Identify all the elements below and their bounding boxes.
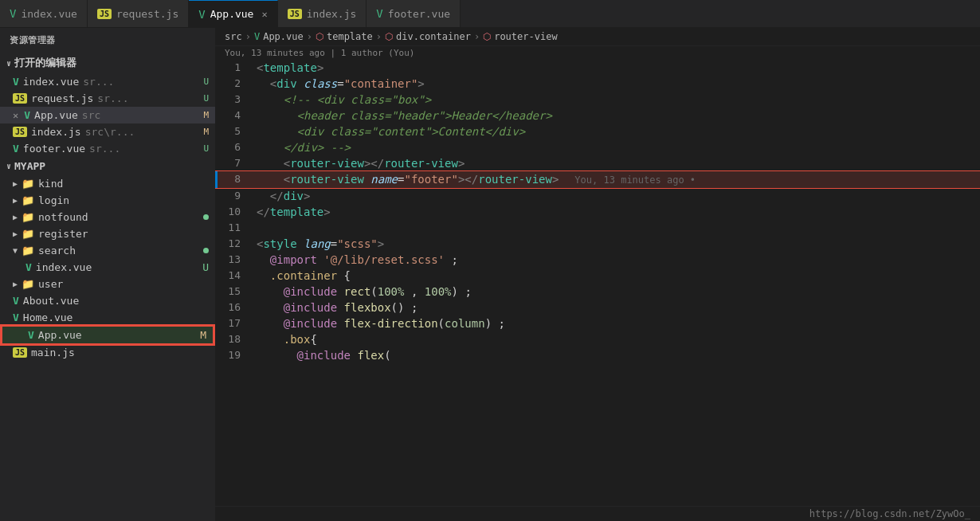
chevron-down-icon: ∨	[6, 59, 11, 68]
vue-icon: V	[10, 7, 16, 20]
html-icon: ⬡	[385, 31, 393, 42]
sidebar-item-request-js[interactable]: JS request.js sr... U	[0, 90, 215, 107]
sidebar-folder-login[interactable]: ▶ 📁 login	[0, 192, 215, 209]
chevron-down-icon: ▼	[13, 246, 18, 255]
chevron-right-icon: ▶	[13, 213, 18, 221]
tab-request-js[interactable]: JS request.js	[88, 0, 189, 27]
chevron-right-icon: ▶	[13, 196, 18, 205]
sidebar-item-index-vue[interactable]: V index.vue sr... U	[0, 73, 215, 90]
line-number: 14	[218, 268, 253, 284]
file-name: index.vue	[23, 76, 79, 88]
line-content: </div> -->	[253, 139, 980, 155]
folder-name: login	[38, 194, 69, 206]
line-content: <div class="content">Content</div>	[253, 123, 980, 139]
git-blame: You, 13 minutes ago | 1 author (You)	[215, 46, 980, 60]
vue-icon: V	[24, 109, 30, 121]
folder-icon: 📁	[22, 228, 34, 240]
sidebar: 资源管理器 ∨ 打开的编辑器 V index.vue sr... U JS re…	[0, 28, 215, 521]
close-icon[interactable]: ✕	[13, 110, 18, 121]
file-name: About.vue	[23, 295, 79, 307]
line-content: <div class="container">	[253, 76, 980, 92]
sidebar-folder-search[interactable]: ▼ 📁 search	[0, 242, 215, 259]
chevron-right-icon: ▶	[13, 179, 18, 188]
sidebar-item-footer-vue[interactable]: V footer.vue sr... U	[0, 140, 215, 157]
vue-icon: V	[13, 76, 19, 88]
code-line: 11	[215, 220, 980, 236]
line-number: 18	[218, 331, 253, 347]
tab-label: index.vue	[21, 8, 76, 20]
tab-app-vue[interactable]: V App.vue ✕	[189, 0, 277, 27]
tab-index-js[interactable]: JS index.js	[278, 0, 367, 27]
folder-name: search	[38, 245, 76, 257]
code-line: 4 <header class="header">Header</header>	[215, 108, 980, 123]
line-content: <!-- <div class="box">	[253, 92, 980, 108]
sidebar-item-home-vue[interactable]: V Home.vue	[0, 309, 215, 326]
bc-divcontainer: div.container	[396, 31, 471, 42]
line-content: @import '@/lib/reset.scss' ;	[253, 252, 980, 268]
close-tab-button[interactable]: ✕	[261, 9, 267, 20]
project-section[interactable]: ∨ MYAPP	[0, 157, 215, 175]
code-editor[interactable]: 1 <template> 2 <div class="container"> 3…	[215, 60, 980, 506]
code-line: 3 <!-- <div class="box">	[215, 92, 980, 108]
open-editors-section[interactable]: ∨ 打开的编辑器	[0, 53, 215, 73]
line-content: @include flexbox() ;	[253, 300, 980, 315]
sidebar-item-app-vue-tree[interactable]: V App.vue M	[2, 326, 214, 344]
editor-area: src › V App.vue › ⬡ template › ⬡ div.con…	[215, 28, 980, 521]
file-name: main.js	[31, 347, 75, 358]
line-number: 4	[218, 108, 253, 123]
git-blame-text: You, 13 minutes ago | 1 author (You)	[225, 48, 414, 58]
sidebar-item-app-vue[interactable]: ✕ V App.vue src M	[0, 107, 215, 123]
bc-sep: ›	[245, 31, 251, 42]
line-content: <router-view name="footer"></router-view…	[253, 171, 980, 188]
vue-icon: V	[13, 311, 19, 323]
status-dot	[203, 248, 209, 253]
badge-u: U	[203, 93, 209, 104]
folder-icon: 📁	[22, 245, 34, 257]
line-number: 13	[218, 252, 253, 268]
status-dot	[203, 214, 209, 220]
line-content	[253, 220, 980, 236]
badge-m: M	[203, 110, 209, 120]
folder-icon: 📁	[22, 211, 34, 223]
file-path: src	[82, 109, 100, 121]
badge-u: U	[202, 261, 209, 273]
line-number: 19	[218, 347, 253, 363]
sidebar-item-about-vue[interactable]: V About.vue	[0, 292, 215, 309]
code-line: 10 </template>	[215, 204, 980, 220]
code-line: 6 </div> -->	[215, 139, 980, 155]
tab-label: index.js	[307, 8, 357, 20]
js-icon: JS	[13, 127, 27, 137]
tab-label: footer.vue	[388, 8, 450, 20]
project-label: MYAPP	[14, 160, 45, 172]
code-line: 16 @include flexbox() ;	[215, 300, 980, 315]
sidebar-item-main-js[interactable]: JS main.js	[0, 344, 215, 361]
folder-name: notfound	[38, 211, 88, 223]
tab-bar: V index.vue JS request.js V App.vue ✕ JS…	[0, 0, 980, 28]
line-number: 10	[218, 204, 253, 220]
file-path: sr...	[89, 143, 120, 155]
folder-name: user	[38, 278, 63, 290]
line-content: </template>	[253, 204, 980, 220]
code-line: 5 <div class="content">Content</div>	[215, 123, 980, 139]
sidebar-item-search-index-vue[interactable]: V index.vue U	[0, 259, 215, 276]
open-editors-label: 打开的编辑器	[14, 56, 76, 70]
line-number: 7	[218, 155, 253, 171]
chevron-right-icon: ▶	[13, 229, 18, 238]
sidebar-folder-notfound[interactable]: ▶ 📁 notfound	[0, 209, 215, 225]
vue-icon: V	[376, 7, 382, 20]
js-icon: JS	[13, 347, 27, 358]
file-name: App.vue	[34, 109, 78, 121]
file-name: index.vue	[36, 261, 92, 273]
sidebar-folder-kind[interactable]: ▶ 📁 kind	[0, 175, 215, 192]
sidebar-item-index-js[interactable]: JS index.js src\r... M	[0, 123, 215, 140]
line-number: 12	[218, 236, 253, 252]
tab-footer-vue[interactable]: V footer.vue	[367, 0, 461, 27]
html-icon: ⬡	[483, 31, 491, 42]
code-lines: 1 <template> 2 <div class="container"> 3…	[215, 60, 980, 363]
line-number: 9	[218, 188, 253, 204]
sidebar-folder-register[interactable]: ▶ 📁 register	[0, 225, 215, 242]
vue-icon: V	[25, 261, 32, 273]
main-layout: 资源管理器 ∨ 打开的编辑器 V index.vue sr... U JS re…	[0, 28, 980, 521]
tab-index-vue[interactable]: V index.vue	[0, 0, 88, 27]
sidebar-folder-user[interactable]: ▶ 📁 user	[0, 276, 215, 292]
